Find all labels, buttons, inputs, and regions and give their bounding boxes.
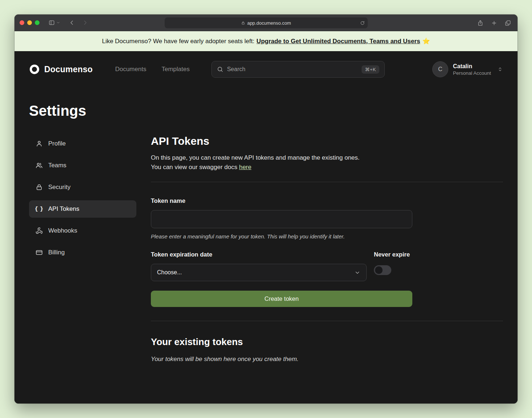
forward-button[interactable] [79,17,90,28]
sidebar-item-api-tokens[interactable]: { } API Tokens [29,200,136,218]
credit-card-icon [36,249,43,256]
new-tab-icon[interactable] [488,17,499,28]
zoom-window-button[interactable] [35,20,40,25]
back-button[interactable] [66,17,77,28]
chevron-down-icon[interactable] [55,17,61,28]
tab-overview-icon[interactable] [502,17,513,28]
documenso-logo-icon [29,64,40,75]
brand-name: Documenso [44,65,92,74]
nav-documents[interactable]: Documents [115,66,146,73]
refresh-icon[interactable] [360,21,365,25]
chevrons-up-down-icon [497,66,503,72]
search-icon [217,66,223,73]
webhook-icon [36,227,43,234]
account-type: Personal Account [453,70,491,76]
token-name-hint: Please enter a meaningful name for your … [151,233,503,239]
search-placeholder: Search [227,66,246,73]
sidebar-item-security[interactable]: Security [29,179,136,196]
sidebar-item-label: Billing [48,249,65,256]
upgrade-link[interactable]: Upgrade to Get Unlimited Documents, Team… [256,38,420,45]
sidebar-item-label: Teams [48,162,66,169]
app-content: Documenso Documents Templates Search ⌘+K… [15,51,517,403]
expiration-select[interactable]: Choose... [151,264,367,281]
page-title: Settings [29,103,503,119]
toggle-knob [375,266,383,274]
description-line1: On this page, you can create new API tok… [151,154,360,161]
sidebar-item-webhooks[interactable]: Webhooks [29,222,136,239]
lock-icon [36,184,43,191]
description-line2: You can view our swagger docs [151,164,239,171]
chevron-down-icon [354,270,360,276]
existing-tokens-title: Your existing tokens [151,336,503,348]
braces-icon: { } [36,206,43,212]
divider [151,321,503,321]
promo-text: Like Documenso? We have few early adopte… [102,38,254,45]
search-input[interactable]: Search ⌘+K [211,61,385,78]
minimize-window-button[interactable] [27,20,32,25]
main-nav: Documents Templates [115,66,189,73]
swagger-docs-link[interactable]: here [239,164,251,171]
sidebar-item-teams[interactable]: Teams [29,157,136,174]
avatar: C [432,61,448,77]
traffic-lights [20,20,40,25]
search-shortcut: ⌘+K [362,65,379,74]
section-title: API Tokens [151,135,503,147]
nav-templates[interactable]: Templates [161,66,189,73]
expiration-value: Choose... [157,269,182,276]
sidebar-item-label: Security [48,184,70,191]
sidebar-item-label: API Tokens [48,205,79,213]
api-tokens-panel: API Tokens On this page, you can create … [151,135,503,363]
section-description: On this page, you can create new API tok… [151,153,503,172]
promo-banner: Like Documenso? We have few early adopte… [15,31,517,51]
url-text: app.documenso.com [247,20,291,26]
brand[interactable]: Documenso [29,64,92,75]
token-name-label: Token name [151,197,503,204]
never-expire-toggle[interactable] [374,265,391,275]
url-bar[interactable]: app.documenso.com [165,17,368,28]
divider [151,182,503,182]
existing-tokens-empty: Your tokens will be shown here once you … [151,356,503,363]
account-name: Catalin [453,63,491,70]
star-emoji: ⭐ [422,37,430,45]
token-name-input[interactable] [151,210,412,228]
expiration-label: Token expiration date [151,251,374,258]
browser-window: app.documenso.com Like Documenso? We hav… [15,15,517,403]
never-expire-label: Never expire [374,251,410,258]
close-window-button[interactable] [20,20,24,25]
avatar-initial: C [438,66,442,73]
browser-toolbar: app.documenso.com [15,15,517,31]
sidebar-item-label: Profile [48,140,66,147]
app-header: Documenso Documents Templates Search ⌘+K… [29,51,503,87]
lock-icon [241,21,245,25]
sidebar-item-label: Webhooks [48,227,77,234]
share-icon[interactable] [475,17,486,28]
account-menu[interactable]: C Catalin Personal Account [432,61,503,77]
create-token-button[interactable]: Create token [151,291,412,307]
settings-sidebar: Profile Teams Security { } API Token [29,135,136,363]
sidebar-item-billing[interactable]: Billing [29,244,136,261]
user-icon [36,140,43,147]
users-icon [36,162,43,169]
sidebar-item-profile[interactable]: Profile [29,135,136,152]
